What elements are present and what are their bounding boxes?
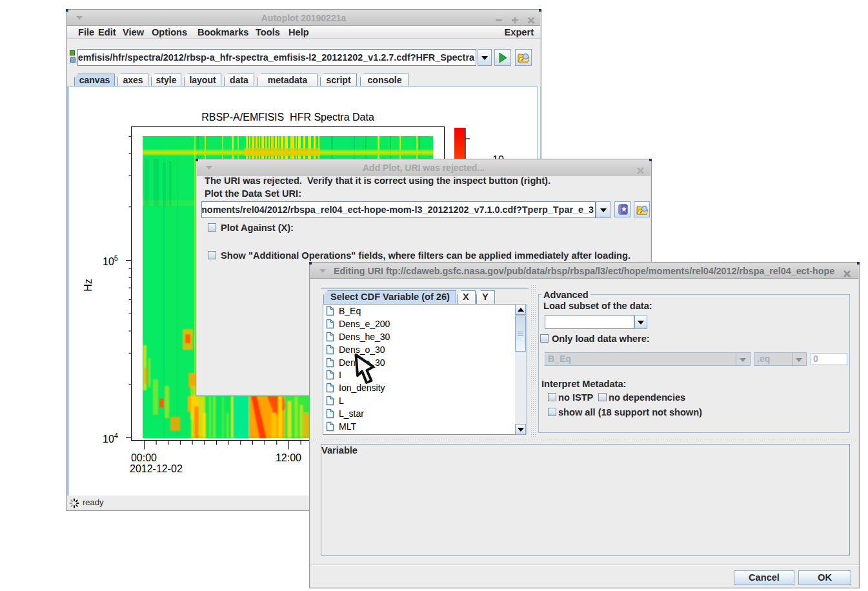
- svg-text:105: 105: [103, 254, 118, 267]
- svg-text:12:00: 12:00: [276, 452, 301, 463]
- svg-text:2012-12-02: 2012-12-02: [130, 463, 183, 474]
- svg-text:Hz: Hz: [83, 279, 94, 292]
- svg-text:104: 104: [103, 432, 118, 445]
- svg-text:00:00: 00:00: [131, 452, 157, 463]
- svg-text:RBSP-A/EMFISIS HFR Spectra Da: RBSP-A/EMFISIS HFR Spectra Data: [201, 112, 374, 123]
